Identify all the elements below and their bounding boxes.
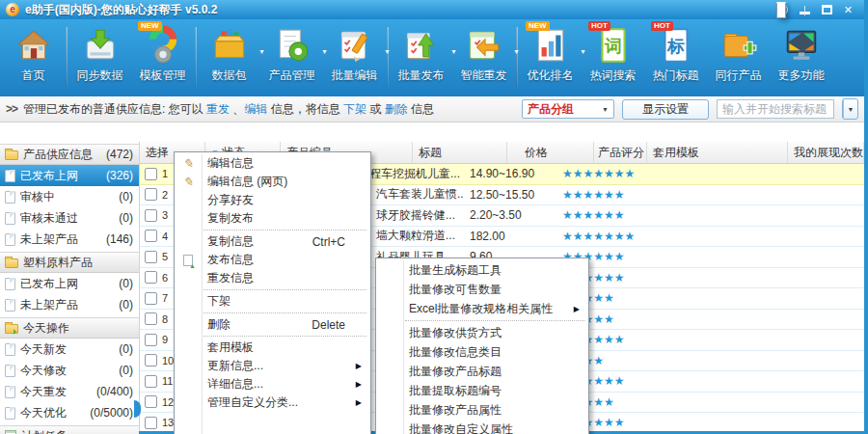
submenu-item[interactable]: 批量修改自定义属性	[376, 420, 588, 434]
display-settings-button[interactable]: 显示设置	[622, 99, 709, 120]
context-menu-item[interactable]: 删除 Delete	[175, 315, 370, 334]
sidebar-item-count: (0)	[119, 298, 133, 312]
submenu-item[interactable]: 批量修改可售数量	[376, 280, 588, 299]
row-checkbox[interactable]	[145, 251, 157, 263]
sidebar-item[interactable]: 未上架产品 (146)	[0, 229, 139, 250]
menu-button[interactable]: ▼	[776, 2, 786, 18]
toolbar-button[interactable]: 批量发布 ▼	[390, 23, 452, 84]
sidebar-item[interactable]: 今天新发 (0)	[0, 339, 139, 360]
submenu-item[interactable]: Excel批量修改规格相关属性 ▶	[376, 299, 588, 318]
row-checkbox[interactable]	[145, 354, 157, 366]
row-checkbox[interactable]	[145, 230, 157, 242]
context-menu-item[interactable]: 详细信息... ▶	[175, 375, 370, 393]
toolbar-button[interactable]: 同步数据	[68, 23, 131, 84]
row-number: 5	[162, 251, 168, 262]
context-menu-item[interactable]: 复制发布	[175, 209, 370, 228]
context-menu-item[interactable]: 下架	[175, 292, 370, 311]
info-text-segment: 删除	[385, 102, 408, 116]
sidebar-item[interactable]: 审核未通过 (0)	[0, 207, 139, 229]
context-menu-item[interactable]: 编辑信息	[175, 154, 370, 173]
sidebar-item[interactable]: 今天修改 (0)	[0, 360, 139, 381]
window-title: e助手(国内版)-您的贴心好帮手 v5.0.2	[25, 2, 217, 18]
context-menu-item[interactable]: 复制信息 Ctrl+C	[175, 232, 370, 251]
product-group-dropdown[interactable]: 产品分组 ▼	[522, 99, 614, 119]
row-checkbox[interactable]	[145, 209, 157, 222]
context-menu-item[interactable]: 编辑信息 (网页)	[175, 173, 370, 191]
info-text-segment: 管理已发布的普通供应信息: 您可以	[23, 102, 206, 116]
submenu-item[interactable]: 批量提取标题编号	[376, 381, 588, 400]
search-input[interactable]	[717, 99, 834, 119]
toolbar-button[interactable]: HOT 热词搜索	[582, 23, 644, 84]
menu-item-label: 批量生成标题工具	[403, 262, 502, 279]
sidebar-item[interactable]: 已发布上网 (0)	[0, 273, 139, 294]
row-checkbox[interactable]	[145, 188, 157, 201]
maximize-button[interactable]	[822, 5, 832, 14]
sidebar-item[interactable]: 今天操作	[0, 317, 139, 339]
context-menu-item[interactable]: 重发信息	[175, 269, 370, 287]
row-checkbox[interactable]	[145, 312, 157, 325]
cell-price: 14.90~16.90	[463, 167, 557, 180]
table-column-header[interactable]: 产品评分	[594, 142, 647, 163]
sidebar-item[interactable]: 计划任务	[0, 425, 139, 434]
badge: NEW	[526, 21, 550, 31]
toolbar-button[interactable]: NEW 优化排名 ▼	[519, 23, 582, 84]
context-menu-item[interactable]: 发布信息	[175, 251, 370, 269]
sidebar-item-icon	[5, 324, 18, 334]
cell-price: 12.50~15.50	[463, 188, 557, 202]
menu-item-label: Excel批量修改规格相关属性	[403, 301, 553, 317]
sidebar-item[interactable]: 今天优化 (0/5000)	[0, 402, 139, 423]
table-column-header[interactable]: 我的展现次数	[788, 142, 864, 163]
row-checkbox[interactable]	[145, 417, 157, 429]
close-button[interactable]: ✕	[844, 4, 853, 15]
context-menu-item[interactable]: 套用模板	[175, 339, 370, 357]
sidebar-item[interactable]: 今天重发 (0/400)	[0, 381, 139, 402]
toolbar-icon	[656, 25, 696, 66]
row-checkbox[interactable]	[145, 271, 157, 284]
toolbar-label: 首页	[22, 68, 45, 84]
table-column-header[interactable]: 价格	[507, 142, 594, 163]
toolbar-button[interactable]: 产品管理 ▼	[260, 23, 323, 84]
table-column-header[interactable]: 套用模板	[647, 142, 788, 163]
row-checkbox[interactable]	[145, 334, 157, 346]
context-menu-item[interactable]: 更新信息... ▶	[175, 357, 370, 375]
cell-price: 2.20~3.50	[463, 208, 557, 222]
submenu-item[interactable]: 批量修改产品标题	[376, 362, 588, 381]
sidebar-item[interactable]: 产品供应信息 (472)	[0, 144, 139, 165]
row-checkbox[interactable]	[145, 375, 157, 388]
submenu-item[interactable]: 批量修改供货方式	[376, 323, 588, 342]
context-menu-item[interactable]: 分享好友	[175, 191, 370, 209]
toolbar-button[interactable]: 同行产品	[707, 23, 770, 84]
sidebar-item-label: 产品供应信息	[23, 147, 93, 163]
info-bar: >> 管理已发布的普通供应信息: 您可以 重发 、编辑 信息，将信息 下架 或 …	[0, 96, 864, 122]
sidebar-item-label: 已发布上网	[20, 168, 78, 184]
table-column-header[interactable]: 标题	[413, 142, 507, 163]
sidebar-item[interactable]: 未上架产品 (0)	[0, 294, 139, 315]
sidebar-item[interactable]: 审核中 (0)	[0, 186, 139, 207]
row-checkbox[interactable]	[145, 168, 157, 180]
toolbar-button[interactable]: 智能重发 ▼	[452, 23, 515, 84]
toolbar-button[interactable]: 数据包 ▼	[198, 23, 260, 84]
toolbar-button[interactable]: 首页	[2, 23, 65, 84]
toolbar-icon	[401, 25, 442, 66]
submenu-item[interactable]: 批量修改信息类目	[376, 342, 588, 362]
toolbar-label: 热门标题	[653, 68, 699, 84]
context-menu-item[interactable]: 管理自定义分类... ▶	[175, 393, 370, 412]
toolbar-button[interactable]: 更多功能	[770, 23, 832, 84]
toolbar-button[interactable]: 批量编辑 ▼	[323, 23, 386, 84]
row-checkbox[interactable]	[145, 292, 157, 305]
submenu-item[interactable]: 批量修改产品属性	[376, 400, 588, 420]
row-checkbox[interactable]	[145, 395, 157, 408]
sidebar-item[interactable]: 塑料原料产品	[0, 252, 139, 273]
toolbar-button[interactable]: HOT 热门标题	[644, 23, 707, 84]
toolbar-button[interactable]: NEW 模板管理	[131, 23, 194, 84]
sidebar-item-label: 审核中	[20, 189, 55, 205]
menu-item-label: 编辑信息	[202, 155, 254, 172]
submenu-item[interactable]: 批量生成标题工具	[376, 260, 588, 280]
sidebar-item-label: 今天修改	[20, 363, 67, 379]
search-options-arrow[interactable]: ▼	[843, 99, 857, 119]
menu-item-label: 分享好友	[202, 192, 254, 208]
column-label: 我的展现次数	[794, 145, 863, 161]
sidebar-item[interactable]: 已发布上网 (326)	[0, 165, 139, 186]
search-button[interactable]: 搜索 ▼	[842, 98, 858, 120]
badge: HOT	[588, 21, 610, 31]
